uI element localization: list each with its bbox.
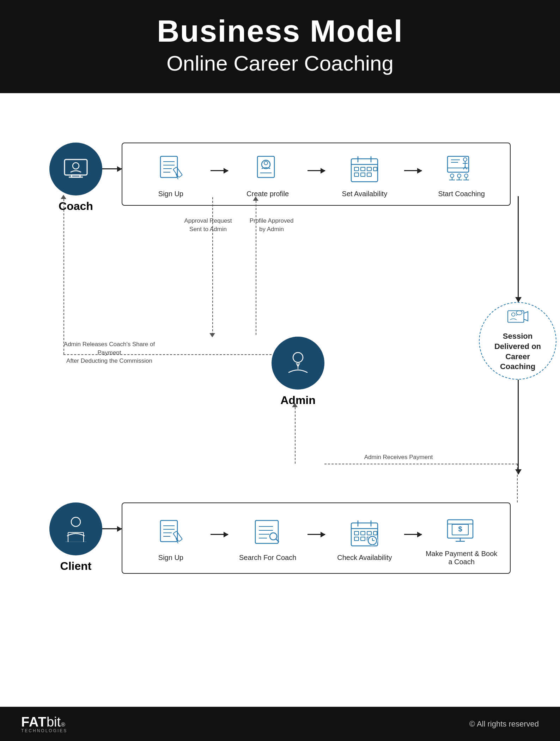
client-label: Client: [60, 560, 92, 573]
coach-availability-label: Set Availability: [342, 190, 388, 198]
logo-fat: FAT: [21, 715, 47, 730]
arrow2: [306, 170, 327, 182]
approval-note: Approval RequestSent to Admin: [176, 217, 240, 234]
svg-rect-44: [507, 311, 523, 322]
svg-point-13: [264, 161, 268, 165]
main-diagram: Coach: [0, 93, 560, 735]
profile-approved-arrow-head: [253, 197, 258, 201]
coach-step-profile: Create profile: [230, 154, 306, 198]
svg-line-47: [516, 314, 517, 315]
coach-flow-box: Sign Up Create: [122, 143, 511, 206]
svg-rect-0: [65, 159, 87, 175]
client-flow-box: Sign Up: [122, 502, 511, 574]
client-wrapper: Client: [49, 502, 102, 573]
admin-releases-arrow-up: [61, 195, 66, 199]
admin-releases-label: Admin Releases Coach's Share of PaymentA…: [60, 340, 159, 365]
header-section: Business Model Online Career Coaching: [0, 0, 560, 93]
main-subtitle: Online Career Coaching: [7, 51, 553, 76]
svg-rect-50: [160, 520, 177, 542]
client-payment-label: Make Payment & Book a Coach: [424, 550, 499, 566]
coach-wrapper: Coach: [49, 143, 102, 213]
logo-bit: bit: [47, 715, 61, 730]
footer-logo: FAT bit ®: [21, 715, 67, 730]
coach-coaching-label: Start Coaching: [438, 190, 485, 198]
arrow5: [306, 534, 327, 546]
profile-approved-dashed-up: [256, 197, 257, 335]
svg-rect-74: [373, 531, 377, 535]
signup-icon: [155, 154, 187, 186]
svg-point-85: [71, 517, 80, 526]
releases-note: Admin Releases Coach's Share of PaymentA…: [60, 340, 159, 365]
svg-rect-70: [367, 531, 371, 535]
client-check-label: Check Availability: [337, 554, 392, 562]
admin-up-head: [292, 403, 298, 407]
approval-arrow-head: [209, 333, 215, 337]
admin-receives-arrow-up: [295, 404, 296, 464]
create-profile-icon: [252, 154, 284, 186]
svg-rect-4: [160, 156, 177, 177]
session-to-client-arrow: [518, 380, 519, 474]
arrow1: [209, 170, 230, 182]
coach-circle: [49, 143, 102, 195]
main-title: Business Model: [7, 14, 553, 48]
admin-receives-dashed-h: [324, 464, 518, 464]
admin-wrapper: Admin: [272, 337, 324, 407]
client-step-search: Search For Coach: [230, 518, 306, 562]
approval-request-label: Approval RequestSent to Admin: [176, 217, 240, 234]
admin-releases-dashed-v: [63, 195, 65, 354]
client-signup-label: Sign Up: [158, 554, 183, 562]
svg-point-3: [73, 163, 79, 169]
svg-rect-19: [354, 167, 359, 171]
client-step-signup: Sign Up: [133, 518, 209, 562]
client-circle: [49, 502, 102, 555]
svg-rect-21: [367, 167, 371, 171]
svg-point-48: [293, 353, 303, 362]
svg-rect-68: [354, 531, 359, 535]
client-search-label: Search For Coach: [239, 554, 296, 562]
make-payment-icon: $: [446, 514, 477, 546]
client-step-payment: $ Make Payment & Book a Coach: [424, 514, 499, 566]
admin-releases-dashed-h: [63, 354, 272, 355]
check-availability-icon: [349, 518, 381, 549]
svg-rect-11: [257, 156, 274, 177]
logo-reg: ®: [61, 722, 65, 728]
client-step-check: Check Availability: [327, 518, 403, 562]
admin-label: Admin: [280, 394, 316, 407]
coach-signup-label: Sign Up: [158, 190, 183, 198]
arrow4: [209, 534, 230, 546]
footer: FAT bit ® TECHNOLOGIES © All rights rese…: [0, 707, 560, 741]
coach-step-coaching: Start Coaching: [424, 154, 499, 198]
footer-logo-sub: TECHNOLOGIES: [21, 728, 67, 733]
coach-step-signup: Sign Up: [133, 154, 209, 198]
svg-rect-71: [354, 537, 359, 541]
svg-rect-72: [361, 537, 365, 541]
footer-logo-wrapper: FAT bit ® TECHNOLOGIES: [21, 715, 67, 733]
svg-rect-22: [354, 173, 359, 176]
start-coaching-down-arrow: [518, 196, 519, 302]
svg-rect-24: [367, 173, 371, 176]
svg-rect-23: [361, 173, 365, 176]
receives-note: Admin Receives Payment: [346, 453, 451, 462]
svg-rect-20: [361, 167, 365, 171]
admin-circle: [272, 337, 324, 390]
session-circle: Session Delivered on Career Coaching: [479, 302, 556, 380]
svg-rect-25: [373, 167, 377, 171]
client-to-box-arrow: [102, 528, 122, 529]
set-availability-icon: [349, 154, 381, 186]
profile-approved-label: Profile Approvedby Admin: [236, 217, 307, 234]
coach-step-availability: Set Availability: [327, 154, 403, 198]
coach-to-box-arrow: [102, 168, 122, 169]
session-label: Session Delivered on Career Coaching: [487, 331, 549, 372]
session-wrapper: Session Delivered on Career Coaching: [479, 302, 556, 380]
footer-copyright: © All rights reserved: [469, 719, 539, 729]
approval-dashed-down: [212, 197, 213, 335]
svg-rect-69: [361, 531, 365, 535]
arrow3: [402, 170, 424, 182]
svg-point-36: [457, 174, 461, 177]
svg-point-35: [450, 174, 454, 177]
svg-point-45: [511, 313, 515, 316]
start-coaching-icon: [446, 154, 477, 186]
svg-point-30: [463, 158, 467, 161]
admin-receives-dashed-v: [517, 464, 518, 502]
profile-note: Profile Approvedby Admin: [236, 217, 307, 234]
